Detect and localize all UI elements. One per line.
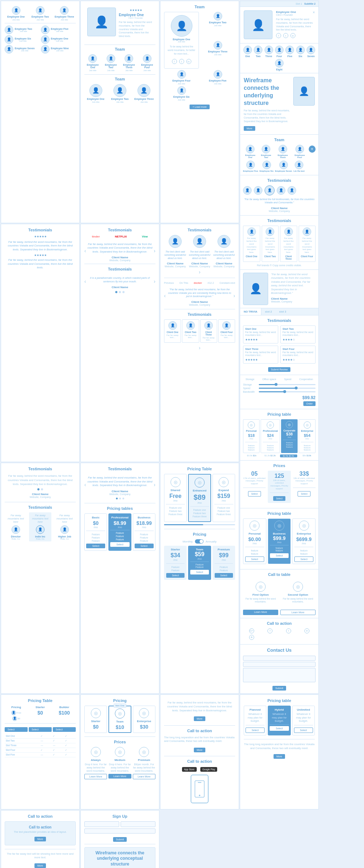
avatar-testimonial: 👤 [243,273,268,305]
cta-action-btn[interactable]: More [34,837,46,841]
team-member: 👤 Employee Three Job title [121,54,137,71]
price-premium-btn[interactable]: Learn More [133,774,155,779]
avatar: 👤 [5,26,13,34]
prev-arrow-2[interactable]: ‹ [84,278,86,284]
avatar-large: 👤 [87,8,116,36]
email-signup-field[interactable] [84,828,155,834]
select-btn[interactable]: Select [245,557,264,562]
last-name-field[interactable] [121,821,155,827]
load-more-btn[interactable]: + Load more [190,105,210,109]
testimonial-item: 👤 The text client said something wonderf… [164,235,186,268]
select-btn-3[interactable]: Select [298,491,311,497]
testimonial-item: 👤 The text client said something wonderf… [188,235,211,268]
name-field[interactable] [243,656,316,661]
tab-slot3[interactable]: slot 3 [276,308,290,315]
social-f[interactable]: f [262,628,279,633]
hybrid-btn[interactable]: Select [270,726,289,731]
select-biz-btn[interactable]: Select [135,544,154,548]
google-play-btn[interactable]: Google Play [200,767,217,772]
pricing-business: ◎ Business $99.9 /mo feature feature Sel… [268,518,291,564]
select-btn-1[interactable]: Select [248,491,261,497]
learn-more-btn-2[interactable]: Learn More [280,610,316,615]
next-arrow-4[interactable]: › [199,345,201,351]
prev-arrow[interactable]: ‹ [84,248,86,254]
social-t[interactable]: t [280,628,297,633]
testimonial-item: 👤 Far away behind the word mountains tex… [262,226,279,262]
team-member: 👤 Six [296,46,305,57]
price-item-one: Item One ◎ Team $10 [108,706,131,733]
select-btn-featured[interactable]: Select [270,553,289,558]
next-arrow[interactable]: › [199,269,201,275]
next-arrow[interactable]: › [154,248,155,254]
select-btn-0[interactable]: Select [5,727,28,732]
team-member: 👤 Employee Five [243,161,258,172]
cta-more-btn[interactable]: More [274,754,285,759]
contact-submit-btn[interactable]: Submit [272,686,286,691]
avatar: 👤 [137,84,150,97]
social-rss[interactable]: ⊕ [243,635,260,640]
pricing-toggle[interactable] [195,539,204,544]
select-btn-1[interactable]: Select [29,727,52,732]
select-btn-2[interactable]: Select [273,496,285,501]
team-member: 👤 Employee One Job title [84,54,101,71]
signup-btn[interactable]: Submit [113,837,127,842]
prev-arrow[interactable]: ‹ [84,482,86,488]
t-col-1: 👤 Client One Far far away text... [164,319,181,343]
avatar: 👤 [89,84,102,97]
social-in[interactable]: in [299,628,316,633]
unlimited-btn[interactable]: Select [294,728,313,733]
tab-slot2[interactable]: slot 2 [261,308,276,315]
starter-btn[interactable]: Select [166,573,185,578]
next-arrow-2[interactable]: › [154,278,155,284]
planned-btn[interactable]: Select [246,728,265,733]
team-member: 👤 Employee One Job title [5,6,27,21]
more-btn[interactable]: More [194,716,205,721]
avatar: 👤 [41,45,50,54]
avatar: 👤 [41,35,50,44]
app-store-btn[interactable]: App Store [182,767,197,772]
email-field[interactable] [243,662,316,667]
testimonials-brand-slider: Testimonials tinder NETFLIX Vine ‹ Far f… [80,224,159,462]
select-btn-2[interactable]: Select [53,727,76,732]
team-card-small-list: 👤 Employee One Job title 👤 Employee Two … [1,1,80,223]
premium-btn[interactable]: Select [215,573,233,578]
avatar: 👤 [177,70,186,79]
cta-btn[interactable]: More [194,748,205,752]
order-btn[interactable]: Order [303,401,316,406]
testimonial-item: 👤 Far away behind the word mountains tex… [243,226,260,262]
select-btn[interactable]: Select [294,557,313,562]
price-premium: ◎ Premium $9/per month. For far away beh… [133,747,155,779]
close-icon[interactable]: × [313,10,315,14]
message-field[interactable] [243,668,316,682]
employee-item: 👤 Employee Seven Job title [5,45,40,54]
social-g[interactable]: G+ [243,628,260,633]
price-premium: Premium $99 /mo Feature Feature Select [213,546,235,580]
next-arrow[interactable]: › [154,482,155,488]
team-member: 👤 Employee Three [275,145,291,158]
more-btn[interactable]: More [244,126,255,131]
first-name-field[interactable] [84,821,119,827]
facebook-icon[interactable]: f [276,33,281,38]
twitter-icon[interactable]: t [283,33,288,38]
cta-right: ◎ Second Option Far far away behind the … [280,580,316,607]
testimonial-col: Start Two Far far away, behind the word … [280,326,316,343]
cta-more-btn-2[interactable]: More [34,863,46,868]
testimonial-item: 👤 Far away behind the word mountains tex… [299,226,316,262]
learn-more-btn-1[interactable]: Learn More [243,610,278,615]
price-always-btn[interactable]: Learn More [84,774,107,779]
submit-review-btn[interactable]: Submit Review [268,367,291,372]
employee-item: 👤 Employee Six Job title [5,35,40,44]
next-arrow-3[interactable]: › [233,293,235,299]
avatar: 👤 [36,6,45,15]
select-basic-btn[interactable]: Select [86,544,105,548]
team-btn[interactable]: Select [190,570,209,574]
price-medium-btn[interactable]: Learn More [108,774,131,779]
avatar: 👤 [41,26,50,34]
linkedin-icon[interactable]: in [290,33,295,38]
testimonial-item: 👤 The text client said something wonderf… [213,235,235,268]
prev-arrow-3[interactable]: ‹ [164,293,166,299]
select-pro-btn[interactable]: Select [110,542,129,547]
add-team-btn[interactable]: + [309,146,316,153]
avatar: 👤 [214,12,222,20]
tab-notrivia[interactable]: NO TRIVIA [240,308,261,315]
